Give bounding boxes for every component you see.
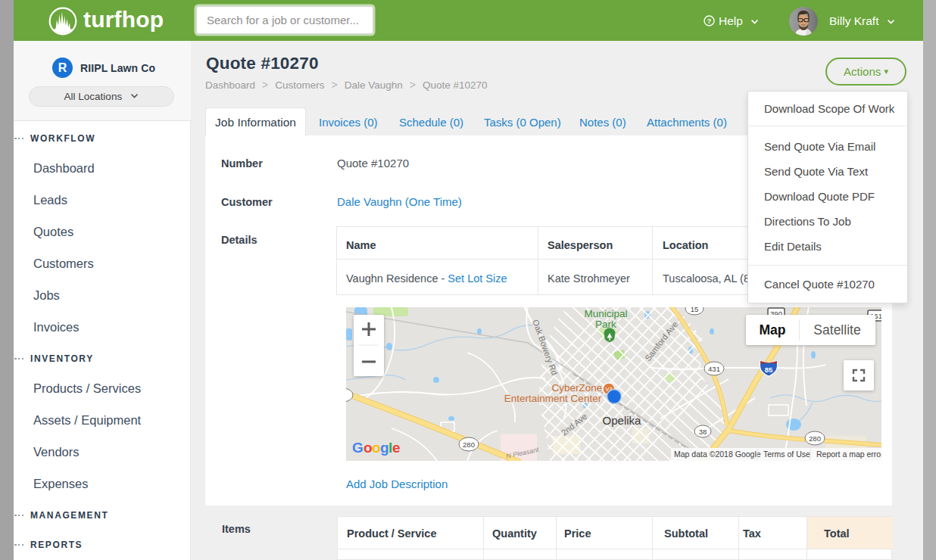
svg-text:Opelika: Opelika: [603, 414, 642, 427]
svg-text:?: ?: [707, 17, 712, 25]
svg-text:e: e: [392, 440, 401, 456]
svg-text:Report a map error: Report a map error: [816, 450, 881, 459]
svg-text:Map data ©2018 Google: Map data ©2018 Google: [674, 450, 761, 459]
svg-text:g: g: [380, 440, 389, 456]
svg-text:Municipal: Municipal: [584, 308, 627, 319]
svg-text:o: o: [372, 440, 381, 456]
svg-text:15: 15: [691, 307, 699, 313]
svg-text:85: 85: [765, 366, 773, 374]
svg-text:431: 431: [708, 365, 720, 373]
svg-text:Terms of Use: Terms of Use: [763, 450, 810, 459]
svg-text:Park: Park: [595, 319, 616, 330]
svg-text:38: 38: [699, 428, 707, 436]
svg-text:CyberZone: CyberZone: [552, 382, 603, 394]
svg-text:o: o: [363, 440, 373, 456]
svg-text:G: G: [352, 440, 363, 456]
svg-text:280: 280: [463, 440, 475, 449]
svg-text:Entertainment Center: Entertainment Center: [504, 393, 602, 404]
svg-text:280: 280: [809, 434, 821, 443]
